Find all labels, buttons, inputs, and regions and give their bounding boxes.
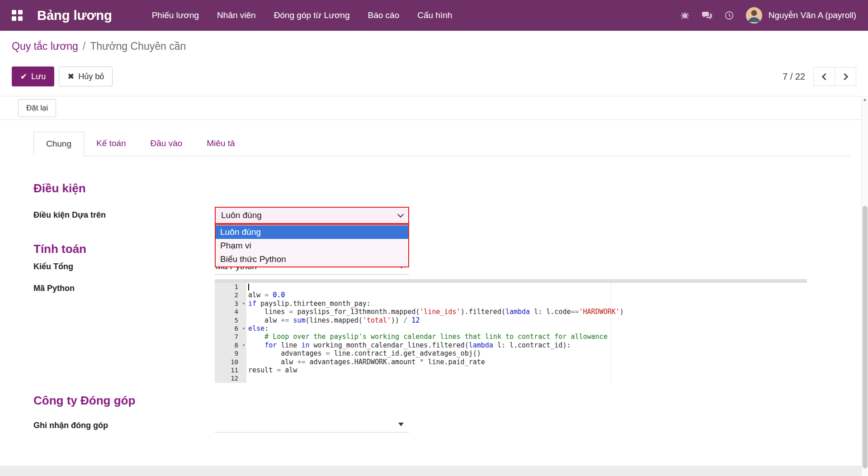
chevron-down-icon — [397, 211, 404, 217]
vertical-scrollbar[interactable]: ▲ — [861, 96, 868, 476]
breadcrumb-separator: / — [83, 40, 85, 52]
pager: 7 / 22 — [783, 67, 856, 86]
contribution-register-field[interactable] — [215, 417, 409, 433]
chevron-right-icon — [841, 73, 848, 80]
chevron-left-icon — [821, 73, 829, 80]
text-cursor — [248, 284, 249, 290]
code-lines: alw = 0.0if payslip.thirteen_month_pay: … — [248, 283, 807, 383]
chat-icon[interactable] — [702, 10, 712, 21]
gutter-line-2: 2 — [215, 291, 246, 299]
app-title[interactable]: Bảng lương — [37, 8, 112, 23]
code-line-3[interactable]: if payslip.thirteen_month_pay: — [248, 300, 807, 308]
code-line-10[interactable]: alw += advantages.HARDWORK.amount * line… — [248, 358, 807, 366]
fold-arrow-icon[interactable]: ▾ — [242, 341, 245, 349]
condition-select-wrap: Luôn đúng Luôn đúngPhạm viBiểu thức Pyth… — [215, 207, 409, 224]
nav-menu-item-4[interactable]: Cấu hình — [417, 8, 452, 23]
section-title-company-contribution: Công ty Đóng góp — [33, 394, 850, 407]
tab-1[interactable]: Kế toán — [84, 132, 138, 156]
code-editor[interactable]: 123▾456▾78▾9101112 alw = 0.0if payslip.t… — [215, 279, 807, 383]
apps-grid-square — [12, 10, 16, 14]
form-sheet: ChungKế toánĐầu vàoMiêu tả Điều kiện Điề… — [0, 120, 868, 433]
section-title-condition: Điều kiện — [33, 181, 850, 195]
field-row-amount-type: Kiểu Tổng Mã Python — [33, 258, 850, 275]
dropdown-option-1[interactable]: Phạm vi — [216, 239, 408, 252]
gutter-line-5: 5 — [215, 316, 246, 324]
code-area[interactable]: alw = 0.0if payslip.thirteen_month_pay: … — [246, 283, 807, 383]
pager-next-button[interactable] — [835, 67, 856, 86]
code-line-1[interactable] — [248, 283, 807, 291]
control-panel: ✔ Lưu ✖ Hủy bỏ 7 / 22 — [0, 62, 868, 96]
gutter-line-1: 1 — [215, 283, 246, 291]
section-title-computation: Tính toán — [33, 242, 850, 256]
navbar-right: Nguyễn Văn A (payroll) — [680, 7, 856, 24]
code-line-12[interactable] — [248, 374, 807, 382]
code-line-5[interactable]: alw += sum(lines.mapped('total')) / 12 — [248, 316, 807, 324]
condition-select-value: Luôn đúng — [221, 210, 262, 220]
nav-menu-item-3[interactable]: Báo cáo — [368, 8, 400, 23]
condition-select[interactable]: Luôn đúng — [215, 207, 409, 224]
gutter-line-6: 6▾ — [215, 324, 246, 333]
code-editor-top-scrollbar[interactable] — [215, 279, 807, 283]
gutter-line-9: 9 — [215, 349, 246, 357]
field-row-python-code: Mã Python 123▾456▾78▾9101112 alw = 0.0if… — [33, 279, 850, 383]
reset-button[interactable]: Đặt lại — [18, 99, 56, 117]
navbar: Bảng lương Phiếu lươngNhân viênĐóng góp … — [0, 0, 868, 31]
nav-menu-item-0[interactable]: Phiếu lương — [152, 8, 199, 23]
code-line-8[interactable]: for line in working_month_calendar_lines… — [248, 341, 807, 349]
gutter-line-11: 11 — [215, 366, 246, 374]
tab-2[interactable]: Đầu vào — [138, 132, 195, 156]
tab-3[interactable]: Miêu tả — [194, 132, 247, 156]
condition-dropdown-list: Luôn đúngPhạm viBiểu thức Python — [215, 224, 409, 267]
button-box: Đặt lại — [0, 96, 868, 120]
apps-grid-icon[interactable] — [12, 10, 23, 21]
dropdown-option-0[interactable]: Luôn đúng — [216, 225, 408, 239]
field-label-condition-based-on: Điều kiện Dựa trên — [33, 207, 215, 220]
bug-icon[interactable] — [680, 10, 690, 20]
pager-buttons — [813, 67, 856, 86]
field-label-python-code: Mã Python — [33, 279, 215, 293]
navbar-menu: Phiếu lươngNhân viênĐóng góp từ LươngBáo… — [152, 8, 453, 23]
code-line-4[interactable]: lines = payslips_for_13thmonth.mapped('l… — [248, 308, 807, 316]
page-bottom-strip — [0, 466, 861, 476]
page-root: Bảng lương Phiếu lươngNhân viênĐóng góp … — [0, 0, 868, 433]
gutter-line-3: 3▾ — [215, 300, 246, 308]
gutter-line-12: 12 — [215, 374, 246, 382]
user-name[interactable]: Nguyễn Văn A (payroll) — [769, 10, 856, 20]
tab-0[interactable]: Chung — [33, 132, 84, 156]
clock-icon[interactable] — [724, 10, 734, 20]
code-line-9[interactable]: advantages = line.contract_id.get_advata… — [248, 349, 807, 357]
breadcrumb: Quy tắc lương / Thưởng Chuyên cần — [0, 31, 868, 62]
code-line-7[interactable]: # Loop over the payslip's working calend… — [248, 333, 807, 341]
notebook-tabs: ChungKế toánĐầu vàoMiêu tả — [33, 132, 850, 156]
apps-grid-square — [18, 16, 23, 21]
x-icon: ✖ — [67, 71, 74, 81]
pager-value[interactable]: 7 / 22 — [783, 71, 805, 82]
apps-grid-square — [12, 16, 16, 21]
avatar[interactable] — [746, 7, 762, 24]
code-line-6[interactable]: else: — [248, 324, 807, 333]
discard-button[interactable]: ✖ Hủy bỏ — [59, 67, 113, 86]
nav-menu-item-1[interactable]: Nhân viên — [217, 8, 256, 23]
field-row-condition: Điều kiện Dựa trên Luôn đúng Luôn đúngPh… — [33, 207, 850, 224]
pager-previous-button[interactable] — [813, 67, 835, 86]
save-button-label: Lưu — [31, 72, 46, 81]
apps-grid-square — [18, 10, 23, 14]
breadcrumb-parent[interactable]: Quy tắc lương — [12, 40, 78, 52]
gutter-line-8: 8▾ — [215, 341, 246, 349]
code-line-11[interactable]: result = alw — [248, 366, 807, 374]
code-editor-body: 123▾456▾78▾9101112 alw = 0.0if payslip.t… — [215, 283, 807, 383]
dropdown-option-2[interactable]: Biểu thức Python — [216, 252, 408, 266]
gutter-line-7: 7 — [215, 333, 246, 341]
caret-down-icon — [398, 423, 404, 426]
field-label-amount-type: Kiểu Tổng — [33, 258, 215, 271]
field-row-register: Ghi nhận đóng góp — [33, 417, 850, 433]
gutter-line-4: 4 — [215, 308, 246, 316]
save-button[interactable]: ✔ Lưu — [12, 67, 54, 86]
scrollbar-thumb[interactable] — [863, 206, 868, 468]
field-label-register: Ghi nhận đóng góp — [33, 417, 215, 430]
code-line-2[interactable]: alw = 0.0 — [248, 291, 807, 299]
fold-arrow-icon[interactable]: ▾ — [242, 300, 245, 308]
nav-menu-item-2[interactable]: Đóng góp từ Lương — [274, 8, 350, 23]
scroll-up-arrow-icon[interactable]: ▲ — [862, 96, 868, 103]
fold-arrow-icon[interactable]: ▾ — [242, 324, 245, 333]
